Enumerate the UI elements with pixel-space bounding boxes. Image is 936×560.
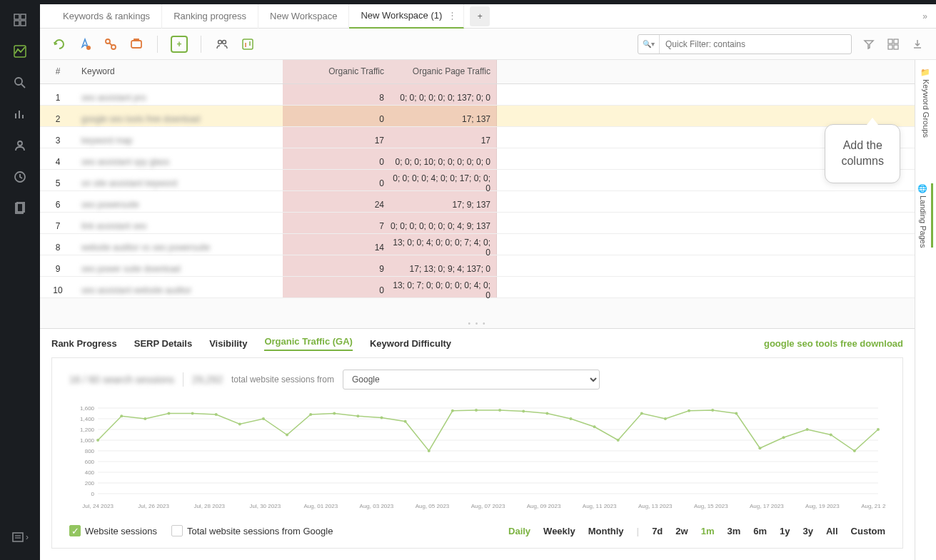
quick-filter-input[interactable]: [660, 39, 851, 49]
range-1y[interactable]: 1y: [780, 526, 790, 536]
svg-point-77: [451, 409, 454, 412]
svg-rect-21: [131, 41, 141, 48]
checkbox-icon[interactable]: [171, 525, 183, 536]
sidebar-doc-icon[interactable]: [6, 194, 34, 223]
dtab-rank-progress[interactable]: Rank Progress: [51, 338, 117, 349]
svg-point-76: [428, 449, 431, 452]
svg-text:Aug, 11 2023: Aug, 11 2023: [583, 503, 617, 509]
rtab-keyword-groups[interactable]: 📁Keyword Groups: [921, 67, 930, 138]
range-daily[interactable]: Daily: [508, 526, 530, 536]
detail-keyword-link[interactable]: google seo tools free download: [764, 338, 903, 349]
refresh-green-icon[interactable]: [51, 36, 67, 52]
table-row[interactable]: 10seo assistant website auditor013; 0; 7…: [40, 277, 915, 298]
filter-icon[interactable]: [862, 37, 876, 51]
sidebar-analytics-icon[interactable]: [6, 37, 34, 66]
table-row[interactable]: 7link assistant seo70; 0; 0; 0; 0; 0; 0;…: [40, 213, 915, 234]
search-icon[interactable]: 🔍▾: [638, 35, 660, 54]
svg-point-79: [498, 409, 501, 412]
header-organic-page-traffic[interactable]: Organic Page Traffic: [390, 60, 497, 83]
range-3m[interactable]: 3m: [727, 526, 740, 536]
legend-total-sessions[interactable]: Total website sessions from Google: [171, 525, 333, 536]
table-row[interactable]: 3keyword map1717: [40, 127, 915, 148]
sidebar-clock-icon[interactable]: [6, 163, 34, 191]
collapse-panel-icon[interactable]: »: [922, 11, 927, 21]
sidebar-dashboard-icon[interactable]: [6, 6, 34, 34]
svg-rect-14: [13, 533, 23, 541]
svg-point-82: [569, 417, 572, 420]
add-tab-button[interactable]: +: [470, 6, 490, 26]
download-icon[interactable]: [910, 37, 925, 51]
sort-icon[interactable]: [240, 36, 256, 52]
legend-website-sessions[interactable]: ✓Website sessions: [69, 525, 157, 536]
header-organic-traffic[interactable]: Organic Traffic: [283, 60, 390, 83]
sessions-label: total website sessions from: [231, 375, 334, 385]
svg-point-80: [522, 410, 525, 413]
people-icon[interactable]: [214, 36, 230, 52]
tab-new-workspace[interactable]: New Workspace: [258, 4, 349, 29]
columns-icon[interactable]: [886, 37, 900, 51]
table-row[interactable]: 1seo assistant pro80; 0; 0; 0; 0; 0; 137…: [40, 84, 915, 106]
rtab-landing-pages[interactable]: 🌐Landing Pages: [919, 183, 933, 248]
range-6m[interactable]: 6m: [753, 526, 767, 536]
tab-new-workspace-1[interactable]: New Workspace (1) ⋮: [349, 4, 464, 29]
sidebar: ›: [0, 0, 40, 560]
quick-filter[interactable]: 🔍▾: [638, 34, 852, 54]
table-row[interactable]: 2google seo tools free download017; 137: [40, 106, 915, 127]
svg-text:200: 200: [85, 480, 95, 487]
dtab-serp-details[interactable]: SERP Details: [134, 338, 192, 349]
range-weekly[interactable]: Weekly: [543, 526, 575, 536]
table-row[interactable]: 9seo power suite download917; 13; 0; 9; …: [40, 255, 915, 277]
svg-point-74: [381, 417, 383, 419]
tab-keywords-rankings[interactable]: Keywords & rankings: [51, 4, 162, 29]
svg-text:Aug, 07 2023: Aug, 07 2023: [471, 503, 505, 509]
range-all[interactable]: All: [826, 526, 838, 536]
svg-line-20: [109, 43, 112, 46]
cart-icon[interactable]: [129, 36, 144, 52]
svg-line-6: [21, 84, 25, 88]
svg-text:Aug, 01 2023: Aug, 01 2023: [304, 503, 338, 509]
table-row[interactable]: 4seo assistant spy glass00; 0; 0; 10; 0;…: [40, 148, 915, 170]
dtab-visibility[interactable]: Visibility: [209, 338, 247, 349]
dtab-keyword-difficulty[interactable]: Keyword Difficulty: [370, 338, 451, 349]
link-orange-icon[interactable]: [103, 36, 119, 52]
table-row[interactable]: 6seo powersuite2417; 9; 137: [40, 191, 915, 213]
compass-icon[interactable]: [77, 36, 93, 52]
table-row[interactable]: 5on site assistant keyword00; 0; 0; 0; 4…: [40, 170, 915, 191]
svg-point-78: [475, 409, 478, 412]
checkbox-checked-icon[interactable]: ✓: [69, 525, 81, 536]
svg-point-85: [640, 412, 643, 415]
header-num[interactable]: #: [40, 60, 76, 83]
svg-point-73: [356, 414, 359, 417]
svg-point-67: [215, 413, 218, 416]
dtab-organic-traffic[interactable]: Organic Traffic (GA): [264, 336, 353, 351]
callout-add-columns: Add the columns: [825, 124, 900, 183]
svg-point-70: [286, 434, 288, 437]
source-select[interactable]: Google: [343, 370, 600, 390]
range-monthly[interactable]: Monthly: [588, 526, 624, 536]
svg-point-88: [711, 409, 714, 412]
range-7d[interactable]: 7d: [652, 526, 663, 536]
svg-point-92: [806, 428, 809, 431]
svg-text:Aug, 15 2023: Aug, 15 2023: [694, 503, 728, 509]
tab-more-icon[interactable]: ⋮: [442, 10, 452, 21]
time-range-group: Daily Weekly Monthly | 7d 2w 1m 3m 6m 1y: [508, 526, 885, 536]
range-2w[interactable]: 2w: [675, 526, 688, 536]
svg-point-75: [404, 420, 407, 423]
sidebar-log-icon[interactable]: ›: [6, 523, 34, 551]
range-3y[interactable]: 3y: [803, 526, 813, 536]
range-1m[interactable]: 1m: [701, 526, 715, 536]
sidebar-chart-icon[interactable]: [6, 100, 34, 128]
range-custom[interactable]: Custom: [851, 526, 885, 536]
tab-ranking-progress[interactable]: Ranking progress: [162, 4, 258, 29]
svg-text:Aug, 13 2023: Aug, 13 2023: [638, 503, 673, 509]
drag-handle-icon[interactable]: • • •: [40, 322, 915, 328]
svg-text:Aug, 09 2023: Aug, 09 2023: [527, 503, 561, 509]
sidebar-user-icon[interactable]: [6, 131, 34, 160]
add-button[interactable]: +: [171, 36, 188, 53]
table-row[interactable]: 8website auditor vs seo powersuite1413; …: [40, 234, 915, 255]
folder-icon: 📁: [921, 67, 930, 76]
sessions-stat-1: 16 / 60 search sessions: [69, 374, 174, 385]
header-keyword[interactable]: Keyword: [76, 60, 283, 83]
sidebar-search-icon[interactable]: [6, 68, 34, 97]
svg-point-10: [18, 141, 22, 146]
